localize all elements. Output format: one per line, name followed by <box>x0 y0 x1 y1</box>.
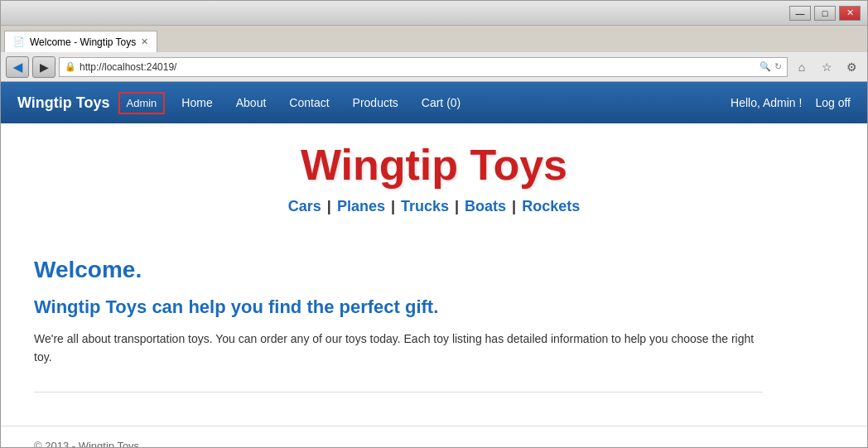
url-refresh-icon: ↻ <box>774 61 782 72</box>
nav-right: Hello, Admin ! Log off <box>731 96 851 109</box>
favorites-icon[interactable]: ☆ <box>816 56 837 78</box>
nav-products[interactable]: Products <box>341 84 410 121</box>
category-planes[interactable]: Planes <box>337 198 385 214</box>
content-divider <box>34 392 763 393</box>
category-boats[interactable]: Boats <box>465 198 506 214</box>
url-bar[interactable]: 🔒 http://localhost:24019/ 🔍 ↻ <box>59 57 788 77</box>
footer-text: © 2013 - Wingtip Toys <box>34 440 139 447</box>
category-links: Cars | Planes | Trucks | Boats | Rockets <box>1 198 867 215</box>
settings-icon[interactable]: ⚙ <box>841 56 862 78</box>
home-icon[interactable]: ⌂ <box>791 56 813 78</box>
category-rockets[interactable]: Rockets <box>522 198 580 214</box>
page-content: Wingtip Toys Admin Home About Contact Pr… <box>1 82 867 447</box>
url-text: http://localhost:24019/ <box>80 61 756 73</box>
tab-close-button[interactable]: ✕ <box>141 36 148 47</box>
main-content: Welcome. Wingtip Toys can help you find … <box>1 240 796 426</box>
nav-cart[interactable]: Cart (0) <box>410 84 472 121</box>
tab-bar: 📄 Welcome - Wingtip Toys ✕ <box>1 26 867 52</box>
nav-home[interactable]: Home <box>170 84 224 121</box>
nav-about[interactable]: About <box>224 84 278 121</box>
welcome-heading: Welcome. <box>34 257 763 283</box>
nav-brand[interactable]: Wingtip Toys <box>17 94 110 112</box>
browser-window: — □ ✕ 📄 Welcome - Wingtip Toys ✕ ◀ ▶ 🔒 h… <box>0 0 868 448</box>
nav-admin-link[interactable]: Admin <box>118 92 166 114</box>
minimize-button[interactable]: — <box>789 6 811 21</box>
active-tab[interactable]: 📄 Welcome - Wingtip Toys ✕ <box>4 31 157 52</box>
url-search-icon: 🔍 <box>760 61 771 72</box>
logoff-link[interactable]: Log off <box>815 96 851 109</box>
footer: © 2013 - Wingtip Toys <box>1 426 867 447</box>
category-cars[interactable]: Cars <box>288 198 321 214</box>
welcome-subheading: Wingtip Toys can help you find the perfe… <box>34 296 763 318</box>
close-button[interactable]: ✕ <box>839 6 861 21</box>
sep-3: | <box>451 198 459 214</box>
sep-1: | <box>323 198 331 214</box>
back-button[interactable]: ◀ <box>6 56 29 78</box>
browser-toolbar-icons: ⌂ ☆ ⚙ <box>791 56 862 78</box>
navbar: Wingtip Toys Admin Home About Contact Pr… <box>1 82 867 123</box>
sep-4: | <box>508 198 516 214</box>
title-bar: — □ ✕ <box>1 1 867 26</box>
nav-links: Home About Contact Products Cart (0) <box>170 84 472 121</box>
hello-text: Hello, Admin ! <box>731 96 802 109</box>
category-trucks[interactable]: Trucks <box>401 198 449 214</box>
nav-contact[interactable]: Contact <box>277 84 340 121</box>
url-lock-icon: 🔒 <box>65 61 76 72</box>
site-title: Wingtip Toys <box>1 140 867 190</box>
maximize-button[interactable]: □ <box>814 6 836 21</box>
site-title-container: Wingtip Toys <box>1 140 867 190</box>
tab-favicon: 📄 <box>13 36 25 47</box>
tab-title: Welcome - Wingtip Toys <box>30 36 136 48</box>
forward-button[interactable]: ▶ <box>32 56 55 78</box>
welcome-text: We're all about transportation toys. You… <box>34 330 763 367</box>
address-bar: ◀ ▶ 🔒 http://localhost:24019/ 🔍 ↻ ⌂ ☆ ⚙ <box>1 52 867 82</box>
sep-2: | <box>387 198 395 214</box>
window-controls: — □ ✕ <box>789 6 861 21</box>
